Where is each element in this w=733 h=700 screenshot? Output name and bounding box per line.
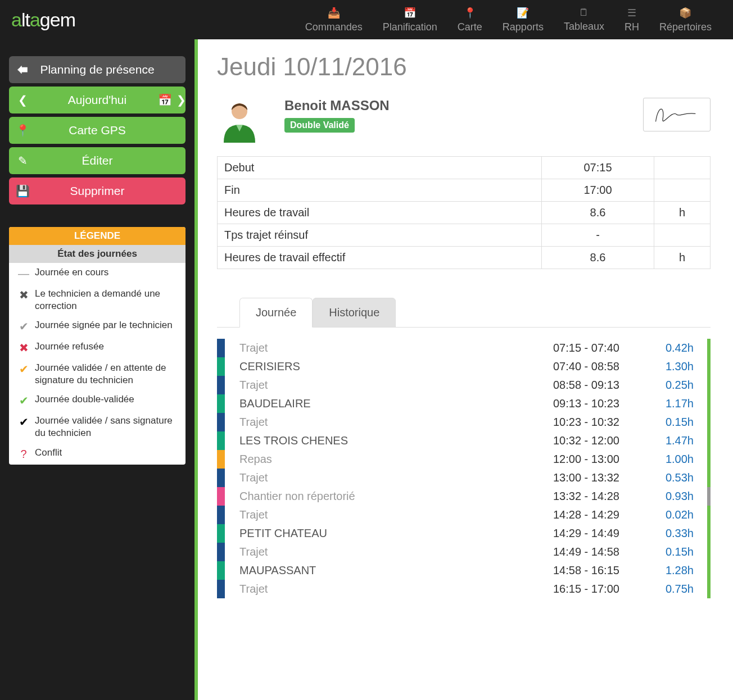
today-button[interactable]: ❮ Aujourd'hui 📅 ❯ [9, 87, 185, 113]
back-arrow-icon: 🡄 [9, 63, 36, 76]
legend-row: ✔Journée validée / en attente de signatu… [9, 358, 185, 390]
status-swatch [707, 561, 711, 580]
time-range: 07:15 - 07:40 [553, 342, 660, 354]
status-swatch [707, 357, 711, 376]
nav-icon: 🗒 [564, 7, 604, 19]
activity-label: CERISIERS [239, 360, 553, 373]
day-row[interactable]: PETIT CHATEAU14:29 - 14:490.33h [217, 524, 711, 543]
summary-value: 07:15 [542, 157, 654, 179]
activity-color-swatch [217, 469, 225, 487]
summary-label: Debut [218, 157, 542, 179]
day-row[interactable]: BAUDELAIRE09:13 - 10:231.17h [217, 394, 711, 413]
page-title: Jeudi 10/11/2016 [217, 53, 711, 81]
summary-row: Heures de travail effectif8.6h [218, 247, 711, 269]
summary-value: 8.6 [542, 247, 654, 269]
legend-panel: LÉGENDE État des journées —Journée en co… [9, 227, 185, 465]
activity-color-swatch [217, 450, 225, 469]
activity-color-swatch [217, 394, 225, 413]
status-badge: Double Validé [284, 118, 355, 133]
planning-presence-button[interactable]: 🡄 Planning de présence [9, 56, 185, 83]
summary-row: Heures de travail8.6h [218, 202, 711, 224]
legend-icon: — [12, 266, 35, 281]
time-range: 09:13 - 10:23 [553, 397, 660, 410]
time-range: 10:32 - 12:00 [553, 434, 660, 447]
time-range: 13:32 - 14:28 [553, 490, 660, 503]
nav-répertoires[interactable]: 📦Répertoires [649, 2, 722, 38]
time-range: 12:00 - 13:00 [553, 453, 660, 466]
time-range: 14:28 - 14:29 [553, 508, 660, 521]
activity-color-swatch [217, 413, 225, 431]
today-label: Aujourd'hui [36, 93, 159, 107]
editer-button[interactable]: ✎ Éditer [9, 147, 185, 174]
day-row[interactable]: Trajet07:15 - 07:400.42h [217, 339, 711, 357]
duration: 1.28h [660, 564, 711, 577]
activity-color-swatch [217, 376, 225, 394]
avatar [217, 98, 262, 143]
day-row[interactable]: LES TROIS CHENES10:32 - 12:001.47h [217, 431, 711, 450]
nav-tableaux[interactable]: 🗒Tableaux [554, 2, 614, 38]
legend-text: Journée double-validée [35, 393, 180, 406]
activity-label: Trajet [239, 379, 553, 392]
summary-unit [654, 157, 711, 179]
duration: 0.33h [660, 527, 711, 540]
status-swatch [707, 339, 711, 357]
summary-row: Tps trajet réinsuf- [218, 224, 711, 247]
status-swatch [707, 524, 711, 543]
legend-row: ✔Journée validée / sans signature du tec… [9, 411, 185, 443]
legend-icon: ✔ [12, 415, 35, 429]
nav-label: Commandes [305, 21, 363, 33]
day-row[interactable]: Trajet14:49 - 14:580.15h [217, 543, 711, 561]
activity-label: Trajet [239, 546, 553, 558]
legend-row: ✖Journée refusée [9, 337, 185, 358]
day-row[interactable]: MAUPASSANT14:58 - 16:151.28h [217, 561, 711, 580]
legend-text: Conflit [35, 447, 180, 459]
duration: 0.42h [660, 342, 711, 354]
legend-title: LÉGENDE [9, 227, 185, 245]
day-row[interactable]: Trajet13:00 - 13:320.53h [217, 469, 711, 487]
duration: 0.93h [660, 490, 711, 503]
time-range: 14:29 - 14:49 [553, 527, 660, 540]
day-row[interactable]: Repas12:00 - 13:001.00h [217, 450, 711, 469]
time-range: 07:40 - 08:58 [553, 360, 660, 373]
prev-day-icon[interactable]: ❮ [9, 93, 36, 107]
nav-label: Tableaux [564, 21, 604, 32]
nav-icon: ☰ [625, 7, 639, 19]
tab-historique[interactable]: Historique [313, 298, 396, 328]
carte-gps-button[interactable]: 📍 Carte GPS [9, 117, 185, 144]
activity-color-swatch [217, 339, 225, 357]
nav-rapports[interactable]: 📝Rapports [492, 2, 554, 38]
day-row[interactable]: Trajet16:15 - 17:000.75h [217, 580, 711, 598]
activity-label: Chantier non répertorié [239, 490, 553, 503]
summary-row: Debut07:15 [218, 157, 711, 179]
next-day-icon[interactable]: ❯ [177, 93, 186, 107]
legend-icon: ✔ [12, 393, 35, 408]
duration: 0.15h [660, 546, 711, 558]
time-range: 16:15 - 17:00 [553, 583, 660, 596]
summary-unit: h [654, 202, 711, 224]
nav-carte[interactable]: 📍Carte [447, 2, 492, 38]
legend-text: Journée validée / en attente de signatur… [35, 362, 180, 387]
nav-label: Répertoires [659, 21, 712, 33]
time-range: 08:58 - 09:13 [553, 379, 660, 392]
day-row[interactable]: Trajet08:58 - 09:130.25h [217, 376, 711, 394]
legend-icon: ✖ [12, 340, 35, 355]
day-row[interactable]: Trajet10:23 - 10:320.15h [217, 413, 711, 431]
nav-label: Carte [458, 21, 482, 33]
summary-value: 8.6 [542, 202, 654, 224]
activity-color-swatch [217, 561, 225, 580]
day-row[interactable]: CERISIERS07:40 - 08:581.30h [217, 357, 711, 376]
nav-planification[interactable]: 📅Planification [373, 2, 447, 38]
supprimer-button[interactable]: 💾 Supprimer [9, 178, 185, 204]
nav-rh[interactable]: ☰RH [614, 2, 649, 38]
day-row[interactable]: Trajet14:28 - 14:290.02h [217, 506, 711, 524]
edit-icon: ✎ [9, 154, 36, 167]
day-row[interactable]: Chantier non répertorié13:32 - 14:280.93… [217, 487, 711, 506]
summary-label: Heures de travail effectif [218, 247, 542, 269]
tab-journee[interactable]: Journée [239, 298, 313, 328]
legend-text: Le technicien a demandé une correction [35, 288, 180, 312]
nav-commandes[interactable]: 📥Commandes [295, 2, 373, 38]
nav-label: Rapports [503, 21, 544, 33]
status-swatch [707, 376, 711, 394]
planning-presence-label: Planning de présence [36, 63, 159, 76]
calendar-icon[interactable]: 📅 [158, 93, 172, 107]
